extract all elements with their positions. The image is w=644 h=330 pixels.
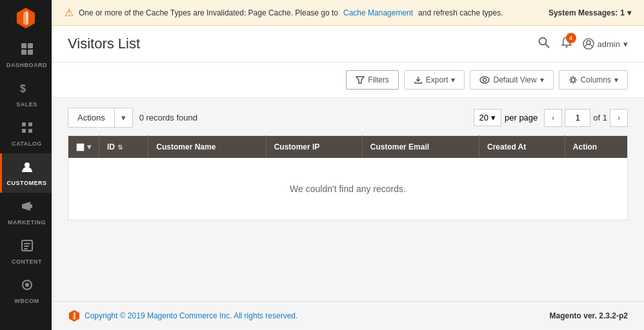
svg-marker-2 — [26, 11, 28, 25]
svg-rect-4 — [21, 43, 26, 48]
sidebar-item-label: SALES — [16, 101, 37, 108]
svg-rect-10 — [28, 122, 32, 126]
svg-rect-18 — [24, 248, 28, 249]
content-icon — [20, 238, 34, 256]
svg-line-22 — [545, 44, 549, 48]
sidebar-item-wbcom[interactable]: WBCOM — [0, 271, 52, 311]
svg-point-25 — [587, 41, 590, 44]
eye-icon — [479, 75, 490, 84]
svg-marker-33 — [74, 312, 75, 320]
checkbox-arrow[interactable]: ▾ — [87, 142, 91, 151]
export-icon — [414, 75, 423, 84]
sort-arrows-id[interactable]: ⇅ — [117, 144, 123, 151]
svg-rect-17 — [24, 246, 29, 247]
page-footer: Copyright © 2019 Magento Commerce Inc. A… — [52, 301, 644, 330]
svg-rect-7 — [28, 50, 33, 55]
filters-button[interactable]: Filters — [346, 70, 399, 90]
svg-rect-16 — [24, 243, 30, 244]
th-customer-ip: Customer IP — [266, 136, 362, 159]
page-number-input[interactable] — [565, 109, 590, 127]
admin-menu-button[interactable]: admin ▾ — [583, 38, 628, 50]
system-messages[interactable]: System Messages: 1 ▾ — [548, 8, 631, 17]
per-page-arrow: ▾ — [491, 113, 496, 122]
sidebar-item-marketing[interactable]: MARKETING — [0, 193, 52, 232]
export-label: Export — [426, 75, 448, 84]
system-messages-label: System Messages: — [548, 8, 618, 17]
filter-icon — [356, 75, 365, 84]
svg-point-28 — [480, 77, 489, 83]
sidebar-item-catalog[interactable]: CATALOG — [0, 114, 52, 153]
prev-page-button[interactable]: ‹ — [544, 109, 562, 127]
wbcom-icon — [20, 278, 34, 295]
data-table: ▾ ID ⇅ Customer Name Customer IP — [68, 135, 628, 220]
th-created-at: Created At — [479, 136, 565, 159]
empty-state-row: We couldn't find any records. — [68, 158, 628, 220]
footer-copyright: Copyright © 2019 Magento Commerce Inc. A… — [68, 309, 297, 322]
svg-marker-26 — [356, 77, 364, 83]
sidebar-item-dashboard[interactable]: DASHBOARD — [0, 35, 52, 75]
th-customer-email: Customer Email — [362, 136, 479, 159]
svg-rect-5 — [28, 43, 33, 48]
svg-point-13 — [25, 162, 30, 168]
catalog-icon — [20, 121, 34, 138]
select-all-checkbox[interactable] — [76, 143, 85, 151]
actions-row: Actions ▾ 0 records found 20 ▾ per page … — [68, 108, 628, 128]
th-customer-name: Customer Name — [148, 136, 266, 159]
th-checkbox: ▾ — [68, 136, 99, 159]
magento-logo-icon — [14, 6, 37, 30]
warning-icon: ⚠ — [65, 6, 74, 19]
alert-message: ⚠ One or more of the Cache Types are Inv… — [65, 6, 503, 19]
system-messages-count: 1 — [620, 8, 625, 17]
alert-text-prefix: One or more of the Cache Types are Inval… — [79, 8, 338, 17]
records-count: 0 records found — [139, 113, 467, 122]
view-arrow-icon: ▾ — [540, 75, 544, 84]
system-messages-arrow: ▾ — [627, 8, 631, 17]
sidebar-item-label: WBCOM — [14, 298, 39, 304]
page-of-label: of 1 — [593, 113, 607, 122]
sidebar-item-sales[interactable]: $ SALES — [0, 75, 52, 114]
cache-management-link[interactable]: Cache Management — [343, 8, 413, 17]
admin-label: admin — [598, 39, 620, 49]
search-button[interactable] — [538, 36, 550, 52]
svg-point-29 — [483, 79, 487, 82]
notifications-button[interactable]: 4 — [560, 36, 573, 52]
default-view-button[interactable]: Default View ▾ — [470, 70, 553, 90]
admin-avatar-icon — [583, 38, 594, 50]
columns-button[interactable]: Columns ▾ — [559, 70, 628, 90]
table-header-row: ▾ ID ⇅ Customer Name Customer IP — [68, 136, 628, 159]
export-button[interactable]: Export ▾ — [404, 70, 465, 90]
sidebar-item-label: CATALOG — [12, 141, 42, 147]
next-page-button[interactable]: › — [610, 109, 628, 127]
columns-label: Columns — [581, 75, 611, 84]
main-content: ⚠ One or more of the Cache Types are Inv… — [52, 0, 644, 330]
default-view-label: Default View — [493, 75, 536, 84]
svg-rect-12 — [28, 129, 32, 133]
svg-point-23 — [565, 46, 567, 48]
actions-label: Actions — [68, 108, 115, 127]
customers-icon — [20, 160, 34, 177]
per-page-select: 20 ▾ per page — [474, 109, 538, 126]
pagination: ‹ of 1 › — [544, 109, 628, 127]
actions-arrow-button[interactable]: ▾ — [115, 108, 132, 127]
svg-text:$: $ — [20, 83, 26, 94]
sidebar-item-content[interactable]: CONTENT — [0, 232, 52, 271]
sidebar-item-customers[interactable]: CUSTOMERS — [0, 153, 52, 193]
footer-magento-icon — [68, 309, 81, 322]
th-action: Action — [565, 136, 627, 159]
export-arrow-icon: ▾ — [451, 75, 455, 84]
per-page-label: per page — [505, 113, 538, 122]
alert-text-suffix: and refresh cache types. — [418, 8, 503, 17]
svg-rect-14 — [30, 204, 32, 208]
alert-bar: ⚠ One or more of the Cache Types are Inv… — [52, 0, 644, 26]
dashboard-icon — [20, 42, 34, 59]
filters-label: Filters — [368, 75, 389, 84]
content-area: Actions ▾ 0 records found 20 ▾ per page … — [52, 98, 644, 301]
columns-arrow-icon: ▾ — [614, 75, 618, 84]
per-page-value[interactable]: 20 ▾ — [474, 109, 501, 126]
sidebar: DASHBOARD $ SALES CATALOG CUSTOMERS MARK… — [0, 0, 52, 330]
admin-arrow-icon: ▾ — [623, 39, 628, 49]
search-icon — [538, 36, 550, 49]
marketing-icon — [20, 199, 34, 217]
svg-point-20 — [25, 283, 29, 287]
sidebar-item-label: DASHBOARD — [6, 62, 47, 68]
